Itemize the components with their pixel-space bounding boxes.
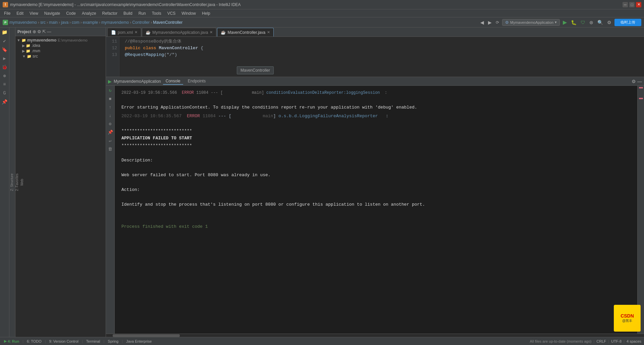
trash-icon[interactable]: 🗑	[107, 146, 114, 152]
menu-run[interactable]: Run	[136, 10, 149, 16]
run-sidebar-icon[interactable]: ▶	[1, 55, 8, 62]
menu-vcs[interactable]: VCS	[165, 10, 178, 16]
menu-file[interactable]: File	[1, 10, 13, 16]
run-panel-settings-icon[interactable]: ⚙	[632, 79, 636, 84]
profiler-icon[interactable]: ⊛	[1, 72, 8, 79]
pin-icon[interactable]: 📌	[1, 98, 8, 105]
nav-actions: ◀ ▶ ⟳ ⚙ MymavendemoApplication ▾ ▶ 🐛 🛡 ⊛…	[479, 18, 641, 26]
bookmarks-icon[interactable]: 🔖	[1, 46, 8, 53]
breadcrumb-src[interactable]: src	[40, 20, 46, 25]
project-collapse-icon[interactable]: —	[47, 29, 51, 34]
project-sidebar-icon[interactable]: 📁	[1, 29, 8, 36]
tree-idea-arrow: ▶	[22, 44, 25, 48]
run-panel: ▶ MymavendemoApplication Console Endpoin…	[106, 77, 644, 337]
stop-icon[interactable]: ■	[107, 95, 114, 102]
editor-content[interactable]: //@ResponseBody的集合体 public class MavenCo…	[119, 37, 644, 77]
tree-item-idea[interactable]: ▶ 📁 .idea	[15, 43, 106, 48]
debug-button[interactable]: 🐛	[570, 19, 578, 26]
tree-idea-icon: 📁	[26, 44, 31, 48]
maximize-button[interactable]: □	[629, 2, 635, 7]
menu-code[interactable]: Code	[63, 10, 78, 16]
status-spring[interactable]: Spring	[106, 339, 120, 344]
minimize-button[interactable]: ─	[623, 2, 628, 7]
commit-icon[interactable]: ✔	[1, 38, 8, 44]
debug-sidebar-icon[interactable]: 🐞	[1, 64, 8, 70]
breadcrumb-project[interactable]: mymavendemo	[9, 20, 37, 25]
project-gear-icon[interactable]: ⚙	[37, 29, 41, 34]
upload-button[interactable]: 临时上传	[614, 19, 641, 26]
breadcrumb-example[interactable]: example	[83, 20, 98, 25]
breadcrumb-mymavendemo[interactable]: mymavendemo	[101, 20, 129, 25]
tab-app-close[interactable]: ✕	[210, 30, 213, 34]
run-output[interactable]: 2022-03-19 10:56:35.566 ERROR 11084 --- …	[115, 86, 637, 334]
coverage-button[interactable]: 🛡	[580, 19, 586, 26]
scrollbar-thumb[interactable]	[113, 334, 180, 337]
tab-pom[interactable]: 📄 pom.xml ✕	[107, 28, 141, 37]
status-version-control[interactable]: 9: Version Control	[48, 339, 80, 344]
status-run[interactable]: ▶ 4: Run	[3, 339, 20, 344]
soft-wrap-icon[interactable]: ↵	[107, 137, 114, 144]
menu-tools[interactable]: Tools	[149, 10, 164, 16]
forward-icon[interactable]: ▶	[487, 19, 493, 26]
gradle-icon[interactable]: G	[1, 90, 8, 96]
run-output-exit: Process finished with exit code 1	[121, 223, 631, 230]
scroll-up-icon[interactable]: ↑	[107, 104, 114, 111]
recent-files-icon[interactable]: ⟳	[495, 19, 500, 25]
close-button[interactable]: ✕	[636, 2, 641, 7]
tree-src-icon: 📁	[27, 54, 32, 59]
breadcrumb-main[interactable]: main	[49, 20, 58, 25]
menu-navigate[interactable]: Navigate	[42, 10, 63, 16]
error-mark-2	[639, 98, 643, 99]
run-config-selector[interactable]: ⚙ MymavendemoApplication ▾	[502, 19, 560, 26]
menu-build[interactable]: Build	[121, 10, 135, 16]
breadcrumb-mavencontroller[interactable]: MavenController	[153, 20, 182, 25]
tab-app-label: MymavendemoApplication.java	[152, 30, 208, 35]
line-num-11: 11	[106, 38, 117, 45]
structure-icon[interactable]: ≡	[1, 81, 8, 88]
menu-refactor[interactable]: Refactor	[100, 10, 120, 16]
menu-analyze[interactable]: Analyze	[79, 10, 99, 16]
tab-controller-close[interactable]: ✕	[267, 30, 270, 34]
z-structure[interactable]: Z: Structure	[9, 171, 14, 194]
project-expand-icon[interactable]: ⇱	[42, 29, 46, 34]
menu-window[interactable]: Window	[179, 10, 199, 16]
z-web[interactable]: Web	[19, 176, 24, 188]
horizontal-scrollbar[interactable]	[106, 334, 644, 337]
tree-item-src[interactable]: ▼ 📁 src	[15, 54, 106, 59]
breadcrumb-java[interactable]: java	[61, 20, 68, 25]
run-tab-endpoints[interactable]: Endpoints	[185, 78, 208, 85]
z-favorites[interactable]: 2: Favorites	[14, 171, 19, 194]
tree-label-mymavendemo: mymavendemo	[27, 38, 56, 43]
settings-icon[interactable]: ⚙	[606, 19, 612, 26]
run-icon: ▶	[4, 339, 7, 343]
vc-label: 9: Version Control	[49, 339, 78, 343]
project-add-icon[interactable]: ⊕	[33, 29, 36, 34]
pin2-icon[interactable]: 📌	[107, 129, 114, 136]
search-everywhere-icon[interactable]: 🔍	[596, 19, 604, 26]
error-mark-1	[639, 87, 643, 88]
tab-app[interactable]: ☕ MymavendemoApplication.java ✕	[142, 28, 216, 37]
settings2-icon[interactable]: ⚙	[107, 121, 114, 127]
menu-help[interactable]: Help	[199, 10, 213, 16]
tab-pom-close[interactable]: ✕	[135, 30, 138, 34]
run-config-label: MymavendemoApplication	[510, 20, 553, 24]
profile-button[interactable]: ⊛	[588, 19, 594, 26]
tab-controller[interactable]: ☕ MavenController.java ✕	[217, 28, 274, 37]
tab-controller-label: MavenController.java	[227, 30, 265, 35]
breadcrumb-com[interactable]: com	[72, 20, 79, 25]
run-panel-close-icon[interactable]: —	[637, 79, 642, 84]
back-icon[interactable]: ◀	[479, 19, 485, 26]
breadcrumb-controller[interactable]: Controller	[132, 20, 150, 25]
status-todo[interactable]: 6: TODO	[25, 339, 43, 344]
status-terminal[interactable]: Terminal	[85, 339, 102, 344]
tree-item-mvn[interactable]: ▶ 📁 .mvn	[15, 48, 106, 54]
rerun-icon[interactable]: ↻	[107, 87, 114, 94]
status-java-enterprise[interactable]: Java Enterprise	[125, 339, 153, 344]
tree-item-mymavendemo[interactable]: ▼ 📁 mymavendemo E:\mymavendemo	[15, 38, 106, 43]
menu-view[interactable]: View	[27, 10, 41, 16]
editor-line-12: public class MavenController {	[125, 45, 639, 52]
run-button[interactable]: ▶	[562, 18, 568, 26]
scroll-down-icon[interactable]: ↓	[107, 112, 114, 119]
run-tab-console[interactable]: Console	[163, 78, 183, 85]
menu-edit[interactable]: Edit	[14, 10, 26, 16]
